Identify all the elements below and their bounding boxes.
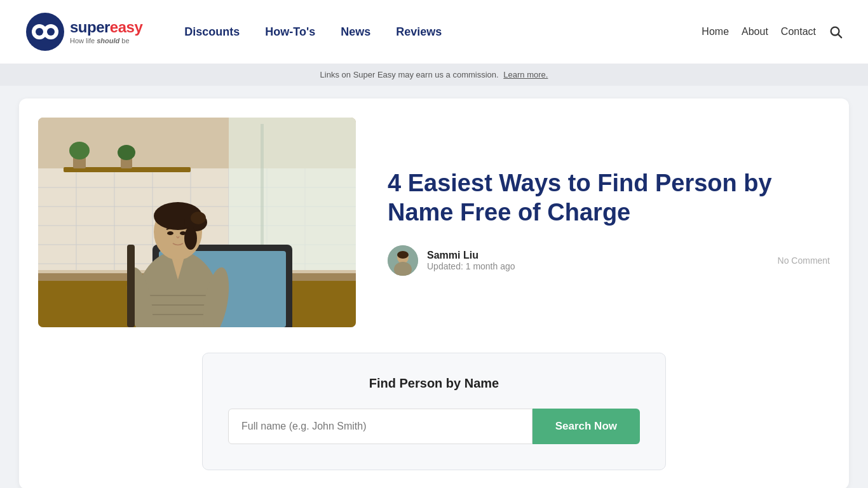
svg-line-6 — [838, 34, 841, 37]
nav-reviews[interactable]: Reviews — [386, 19, 452, 45]
author-name: Sammi Liu — [427, 250, 769, 261]
logo-text: super easy How life should be — [70, 19, 142, 44]
main-content: 4 Easiest Ways to Find Person by Name Fr… — [0, 86, 868, 488]
search-widget: Find Person by Name Search Now — [202, 353, 666, 470]
hero-section: 4 Easiest Ways to Find Person by Name Fr… — [38, 118, 830, 327]
nav-contact[interactable]: Contact — [781, 26, 816, 37]
search-form: Search Now — [228, 409, 640, 444]
svg-point-43 — [191, 212, 206, 224]
nav-home[interactable]: Home — [702, 26, 729, 37]
logo-easy: easy — [110, 19, 142, 36]
site-logo[interactable]: super easy How life should be — [25, 12, 142, 51]
nav-about[interactable]: About — [742, 26, 768, 37]
logo-super: super — [70, 19, 110, 36]
svg-point-3 — [36, 28, 43, 36]
nav-discounts[interactable]: Discounts — [174, 19, 250, 45]
svg-rect-50 — [127, 245, 135, 327]
disclosure-bar: Links on Super Easy may earn us a commis… — [0, 64, 868, 86]
main-nav: Discounts How-To's News Reviews — [174, 19, 702, 45]
disclosure-text: Links on Super Easy may earn us a commis… — [320, 70, 499, 79]
hero-text: 4 Easiest Ways to Find Person by Name Fr… — [388, 169, 830, 275]
author-row: Sammi Liu Updated: 1 month ago No Commen… — [388, 245, 830, 276]
svg-point-25 — [118, 145, 135, 160]
right-nav: Home About Contact — [702, 25, 843, 39]
svg-rect-27 — [261, 124, 264, 264]
svg-point-23 — [69, 142, 90, 159]
svg-point-53 — [397, 251, 409, 259]
hero-image — [38, 118, 356, 327]
author-updated: Updated: 1 month ago — [427, 261, 769, 271]
site-header: super easy How life should be Discounts … — [0, 0, 868, 64]
search-widget-title: Find Person by Name — [228, 376, 640, 391]
svg-point-4 — [47, 28, 55, 36]
svg-point-44 — [167, 231, 173, 235]
search-icon-button[interactable] — [829, 25, 843, 39]
svg-point-42 — [184, 227, 197, 250]
search-now-button[interactable]: Search Now — [532, 409, 640, 444]
nav-howtos[interactable]: How-To's — [255, 19, 325, 45]
nav-news[interactable]: News — [330, 19, 381, 45]
svg-point-45 — [180, 231, 186, 235]
logo-icon — [25, 12, 65, 51]
disclosure-link[interactable]: Learn more. — [503, 70, 548, 79]
author-avatar — [388, 245, 418, 276]
search-icon — [829, 25, 843, 39]
article-card: 4 Easiest Ways to Find Person by Name Fr… — [19, 98, 849, 488]
logo-tagline: How life should be — [70, 37, 142, 44]
author-info: Sammi Liu Updated: 1 month ago — [427, 250, 769, 271]
article-title: 4 Easiest Ways to Find Person by Name Fr… — [388, 169, 830, 227]
no-comment: No Comment — [778, 255, 830, 266]
name-search-input[interactable] — [228, 409, 532, 444]
